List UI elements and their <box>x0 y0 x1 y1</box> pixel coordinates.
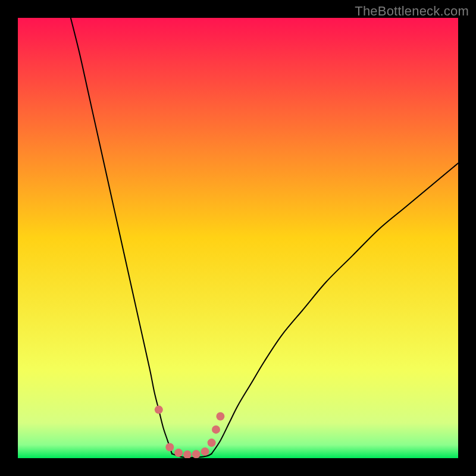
watermark-text: TheBottleneck.com <box>355 4 469 19</box>
chart-container: TheBottleneck.com <box>0 0 476 476</box>
marker-point <box>216 412 224 421</box>
marker-point <box>155 406 163 414</box>
gradient-background <box>18 18 458 458</box>
plot-area <box>18 18 458 458</box>
marker-point <box>201 447 209 456</box>
marker-point <box>174 449 183 457</box>
chart-svg <box>18 18 458 458</box>
marker-point <box>192 450 201 458</box>
marker-point <box>212 425 220 434</box>
marker-point <box>165 443 174 452</box>
marker-point <box>208 439 216 447</box>
